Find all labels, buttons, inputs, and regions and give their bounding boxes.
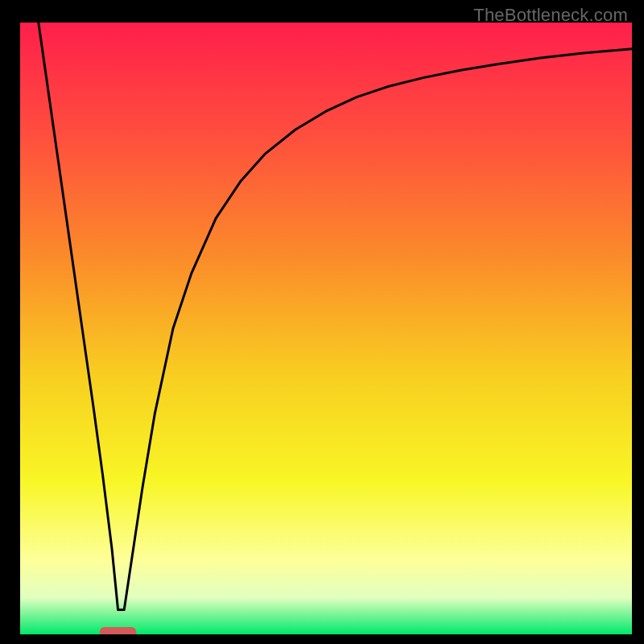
bottleneck-chart (20, 23, 632, 634)
optimal-marker (100, 627, 137, 634)
attribution-text: TheBottleneck.com (473, 5, 628, 26)
